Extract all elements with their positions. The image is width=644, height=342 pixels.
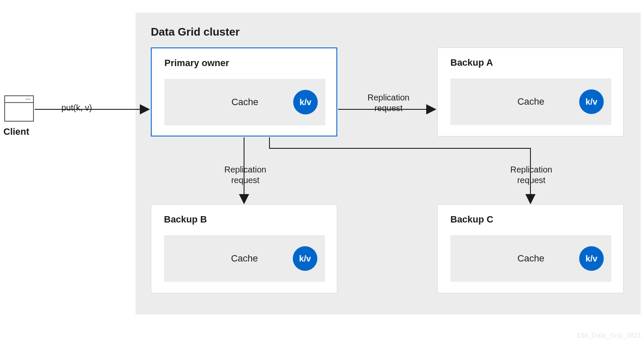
node-primary-owner: Primary owner Cache k/v — [151, 47, 337, 136]
kv-badge: k/v — [293, 90, 318, 114]
node-backup-a: Backup A Cache k/v — [437, 47, 624, 136]
cache-box: Cache k/v — [450, 78, 611, 125]
kv-badge: k/v — [579, 246, 604, 271]
node-title: Backup B — [164, 214, 207, 225]
cache-label: Cache — [517, 96, 544, 107]
diagram-canvas: ••• Client Data Grid cluster Primary own… — [0, 0, 644, 342]
client-window-icon: ••• — [4, 95, 34, 122]
node-backup-c: Backup C Cache k/v — [437, 204, 624, 293]
edge-label-put: put(k, v) — [61, 103, 92, 113]
cache-box: Cache k/v — [164, 235, 325, 282]
node-title: Backup A — [450, 57, 493, 68]
edge-label-replication-a: Replicationrequest — [347, 92, 430, 114]
kv-badge: k/v — [579, 89, 604, 114]
client-label: Client — [3, 126, 29, 137]
cache-box: Cache k/v — [450, 235, 611, 282]
cluster-box: Data Grid cluster Primary owner Cache k/… — [136, 13, 641, 314]
node-backup-b: Backup B Cache k/v — [151, 204, 337, 293]
cache-label: Cache — [231, 97, 258, 108]
edge-label-replication-b: Replicationrequest — [203, 164, 287, 186]
cache-box: Cache k/v — [164, 79, 325, 125]
window-dots-icon: ••• — [26, 97, 31, 101]
edge-label-replication-c: Replicationrequest — [489, 164, 573, 186]
node-title: Primary owner — [164, 58, 229, 69]
cluster-title: Data Grid cluster — [151, 25, 240, 39]
cache-label: Cache — [231, 253, 258, 264]
footer-mark: 184_Data_Grid_0921 — [577, 332, 641, 339]
client-titlebar: ••• — [5, 96, 33, 103]
kv-badge: k/v — [293, 246, 317, 271]
node-title: Backup C — [450, 214, 493, 225]
cache-label: Cache — [517, 253, 544, 264]
